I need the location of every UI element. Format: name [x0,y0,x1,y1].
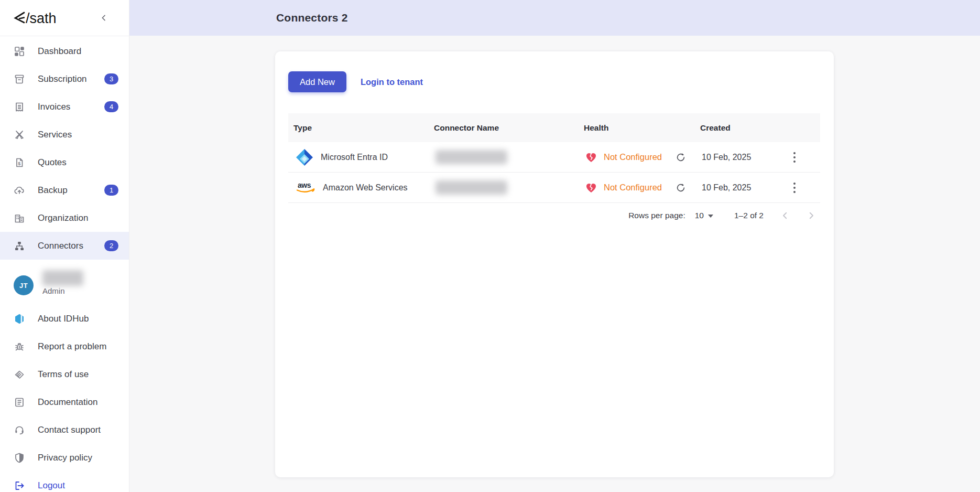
page-header: Connectors 2 [129,0,980,36]
refresh-icon [676,152,686,163]
connectors-sitemap-icon [14,240,25,252]
refresh-health-button[interactable] [676,183,686,193]
logo-text: /sath [26,10,57,26]
connector-name-redacted [435,180,507,195]
kebab-menu-icon [793,181,796,194]
column-header-connector-name: Connector Name [434,123,584,133]
headset-icon [14,424,25,436]
dropdown-caret-icon [708,215,713,218]
bug-icon [14,341,25,352]
sidebar-item-organization[interactable]: Organization [0,204,129,232]
pagination-range: 1–2 of 2 [734,211,764,220]
chevron-left-icon [100,14,108,22]
table-row: Microsoft Entra ID Not Configured [288,142,820,173]
sidebar-item-label: Invoices [38,102,70,112]
invoices-icon [14,101,25,113]
connector-name-redacted [435,150,507,164]
login-to-tenant-link[interactable]: Login to tenant [361,77,423,87]
created-cell: 10 Feb, 2025 [700,183,781,192]
connectors-count-badge: 2 [104,240,118,251]
sidebar-collapse-button[interactable] [100,14,108,22]
sidebar-item-label: Terms of use [38,369,89,380]
rows-per-page-select[interactable]: 10 [695,211,713,220]
rows-per-page-value: 10 [695,211,704,220]
column-header-created: Created [700,123,781,133]
connectors-card: Add New Login to tenant Type Connector N… [275,51,834,477]
refresh-health-button[interactable] [676,152,686,163]
organization-icon [14,212,25,224]
user-role: Admin [42,286,83,295]
health-status-label: Not Configured [604,183,662,192]
page-title: Connectors 2 [276,12,348,24]
sidebar-item-label: Quotes [38,157,67,168]
idhub-hexagon-icon [14,313,25,325]
sidebar-item-label: Backup [38,185,68,196]
connector-name-cell [434,180,584,195]
sidebar-item-label: Logout [38,480,65,491]
sidebar-item-about-idhub[interactable]: About IDHub [0,305,129,333]
sidebar-item-label: Documentation [38,397,97,408]
connector-type-label: Microsoft Entra ID [321,153,388,162]
microsoft-entra-id-logo-icon [295,148,314,167]
sidebar-item-report-problem[interactable]: Report a problem [0,333,129,360]
sidebar-item-connectors[interactable]: Connectors 2 [0,232,129,260]
actions-row: Add New Login to tenant [288,71,820,92]
sidebar-item-label: Services [38,130,72,140]
sidebar-item-label: About IDHub [38,314,89,324]
row-actions-menu-button[interactable] [789,179,800,196]
connectors-table: Type Connector Name Health Created Micro… [288,113,820,203]
sidebar-item-logout[interactable]: Logout [0,472,129,492]
sidebar-item-services[interactable]: Services [0,121,129,148]
table-row: aws Amazon Web Services Not Configured [288,173,820,203]
invoices-count-badge: 4 [104,101,118,112]
shield-icon [14,452,25,464]
chevron-left-icon [780,211,790,220]
kebab-menu-icon [793,151,796,164]
user-block: JT Admin [0,260,129,304]
row-actions-menu-button[interactable] [789,149,800,166]
services-icon [14,129,25,141]
sidebar-item-contact-support[interactable]: Contact support [0,416,129,444]
sidebar-item-documentation[interactable]: Documentation [0,388,129,416]
sidebar-footer-nav: About IDHub Report a problem Terms of us… [0,304,129,492]
column-header-health: Health [584,123,700,133]
backup-cloud-icon [14,185,25,196]
sidebar-item-privacy-policy[interactable]: Privacy policy [0,444,129,472]
rows-per-page-label: Rows per page: [628,211,685,220]
user-name-redacted [42,270,83,286]
main-area: Connectors 2 Add New Login to tenant Typ… [129,0,980,492]
next-page-button[interactable] [807,211,816,220]
documentation-icon [14,397,25,408]
sidebar-item-dashboard[interactable]: Dashboard [0,37,129,65]
svg-text:$: $ [18,161,20,166]
sidebar-item-label: Organization [38,213,88,223]
health-cell: Not Configured [584,152,700,163]
aws-logo-icon: aws [295,180,316,196]
connector-type-label: Amazon Web Services [323,183,408,192]
sidebar-item-label: Subscription [38,74,87,84]
sidebar-item-invoices[interactable]: Invoices 4 [0,93,129,121]
sidebar-item-terms-of-use[interactable]: Terms of use [0,360,129,388]
dashboard-icon [14,46,25,57]
pagination-bar: Rows per page: 10 1–2 of 2 [288,211,820,220]
previous-page-button[interactable] [780,211,790,220]
broken-heart-icon [585,152,597,163]
column-header-type: Type [293,123,434,133]
backup-count-badge: 1 [104,185,118,196]
svg-text:aws: aws [298,181,311,189]
sidebar-item-label: Privacy policy [38,453,92,463]
quotes-icon: $ [14,157,25,168]
refresh-icon [676,183,686,193]
sidebar-item-label: Report a problem [38,341,106,352]
table-header-row: Type Connector Name Health Created [288,113,820,142]
sidebar-item-subscription[interactable]: Subscription 3 [0,65,129,93]
sidebar-item-quotes[interactable]: $ Quotes [0,148,129,176]
sidebar: /sath Dashboard Subscription 3 Invoices … [0,0,129,492]
health-status-label: Not Configured [604,152,662,162]
handshake-icon [14,369,25,380]
logout-icon [14,480,25,491]
add-new-button[interactable]: Add New [288,71,346,92]
connector-name-cell [434,150,584,164]
health-cell: Not Configured [584,182,700,194]
sidebar-item-backup[interactable]: Backup 1 [0,176,129,204]
